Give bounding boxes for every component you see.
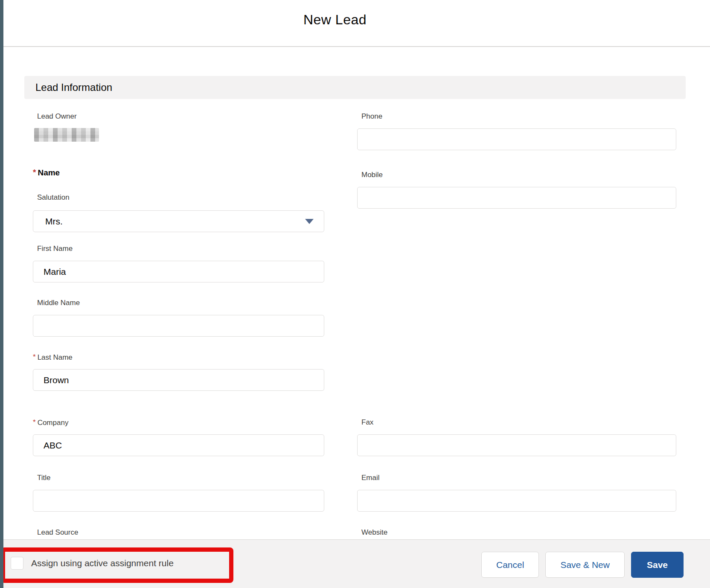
company-label: *Company: [33, 418, 68, 427]
section-lead-information: Lead Information: [24, 76, 686, 99]
title-label: Title: [33, 474, 51, 482]
section-title: Lead Information: [24, 76, 686, 99]
save-button[interactable]: Save: [631, 552, 684, 578]
salutation-selected-value: Mrs.: [45, 216, 305, 227]
required-asterisk: *: [33, 168, 36, 177]
company-field: [33, 434, 324, 456]
lead-source-label: Lead Source: [33, 528, 78, 537]
mobile-field: [357, 187, 676, 209]
middle-name-field: [33, 315, 324, 337]
phone-label: Phone: [357, 112, 382, 121]
chevron-down-icon: [305, 219, 314, 224]
middle-name-input[interactable]: [33, 315, 324, 337]
mobile-label: Mobile: [357, 171, 383, 179]
fax-label: Fax: [357, 418, 373, 427]
assignment-rule-label: Assign using active assignment rule: [31, 558, 174, 568]
modal-header: New Lead: [0, 0, 710, 47]
email-input[interactable]: [357, 490, 676, 512]
first-name-input[interactable]: [33, 261, 324, 282]
lead-owner-label: Lead Owner: [33, 112, 77, 121]
fax-field: [357, 434, 676, 456]
required-asterisk: *: [33, 418, 36, 426]
footer-buttons: Cancel Save & New Save: [481, 552, 684, 578]
last-name-field: [33, 369, 324, 391]
assignment-rule-row: Assign using active assignment rule: [11, 557, 174, 570]
company-input[interactable]: [33, 434, 324, 456]
save-and-new-button[interactable]: Save & New: [545, 552, 625, 578]
first-name-field: [33, 261, 324, 282]
fax-input[interactable]: [357, 434, 676, 456]
website-label: Website: [357, 528, 387, 537]
name-group-label: *Name: [33, 168, 60, 178]
email-label: Email: [357, 474, 380, 482]
last-name-label: *Last Name: [33, 353, 73, 362]
phone-input[interactable]: [357, 128, 676, 150]
title-field: [33, 490, 324, 512]
mobile-input[interactable]: [357, 187, 676, 209]
last-name-input[interactable]: [33, 369, 324, 391]
salutation-select[interactable]: Mrs.: [33, 210, 324, 232]
salutation-field: Mrs.: [33, 210, 324, 232]
required-asterisk: *: [33, 353, 36, 361]
window-left-edge-bar: [0, 0, 3, 588]
title-input[interactable]: [33, 490, 324, 512]
redacted-avatar-text: [34, 128, 99, 142]
phone-field: [357, 128, 676, 150]
cancel-button[interactable]: Cancel: [481, 552, 539, 578]
salutation-label: Salutation: [33, 193, 70, 202]
middle-name-label: Middle Name: [33, 299, 80, 307]
modal-footer: Assign using active assignment rule Canc…: [0, 539, 710, 588]
lead-owner-value-redacted: [34, 128, 99, 142]
assignment-rule-checkbox[interactable]: [11, 557, 23, 570]
page-title: New Lead: [0, 12, 670, 28]
email-field: [357, 490, 676, 512]
first-name-label: First Name: [33, 245, 73, 253]
